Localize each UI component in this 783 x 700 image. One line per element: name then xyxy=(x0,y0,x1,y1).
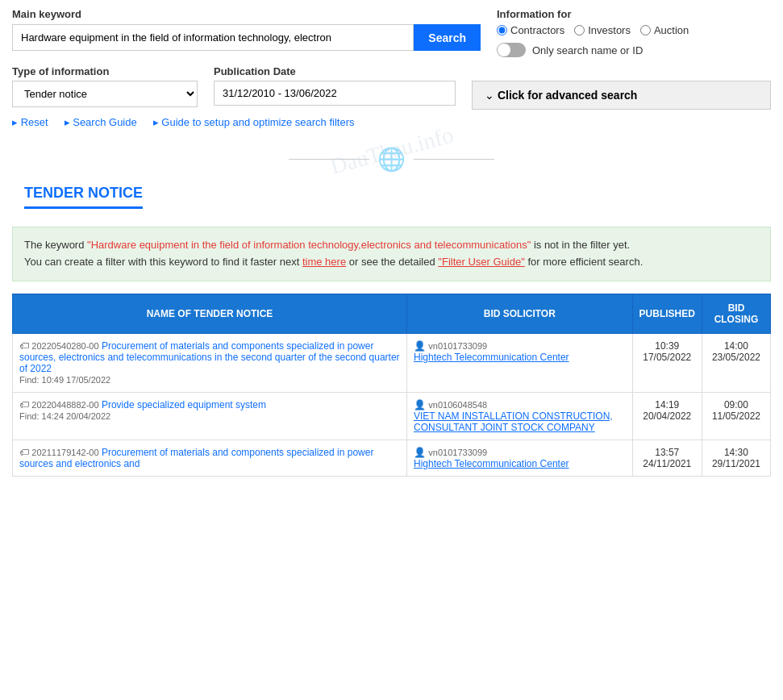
table-row: 🏷 20211179142-00 Procurement of material… xyxy=(13,440,771,476)
search-input[interactable] xyxy=(12,24,414,51)
type-info-select[interactable]: Tender notice xyxy=(12,81,198,107)
pub-date-input[interactable] xyxy=(214,81,456,106)
bid-icon: 🏷 xyxy=(19,447,29,458)
solicitor-id: vn0106048548 xyxy=(428,400,487,410)
solicitor-id: vn0101733099 xyxy=(428,448,487,457)
bid-icon-2: 👤 xyxy=(414,340,426,352)
bid-icon-2: 👤 xyxy=(414,399,426,410)
published-date: 24/11/2021 xyxy=(643,458,691,469)
toggle-label: Only search name or ID xyxy=(532,44,643,56)
col-published: PUBLISHED xyxy=(632,294,702,333)
investors-radio[interactable]: Investors xyxy=(574,24,631,36)
time-here-link[interactable]: time here xyxy=(302,256,346,268)
published-time: 13:57 xyxy=(655,447,679,458)
closing-date: 11/05/2022 xyxy=(712,410,760,422)
banner-keyword: "Hardware equipment in the field of info… xyxy=(87,239,531,251)
info-for-radio-group: Contractors Investors Auction xyxy=(497,24,771,36)
auction-radio[interactable]: Auction xyxy=(640,24,689,36)
search-button[interactable]: Search xyxy=(414,24,481,51)
contractors-radio[interactable]: Contractors xyxy=(497,24,564,36)
find-text: Find: 14:24 20/04/2022 xyxy=(19,411,110,421)
notice-banner: The keyword "Hardware equipment in the f… xyxy=(12,227,771,281)
solicitor-cell: 👤 vn0101733099 Hightech Telecommunicatio… xyxy=(407,333,633,392)
closing-cell: 14:00 23/05/2022 xyxy=(702,333,770,392)
notice-id: 20211179142-00 xyxy=(31,448,98,457)
published-cell: 14:19 20/04/2022 xyxy=(632,392,702,440)
published-cell: 10:39 17/05/2022 xyxy=(632,333,702,392)
table-row: 🏷 20220448882-00 Provide specialized equ… xyxy=(13,392,771,440)
solicitor-name-link[interactable]: Hightech Telecommunication Center xyxy=(414,352,569,363)
banner-line2-after: for more efficient search. xyxy=(525,256,643,268)
tender-table: NAME OF TENDER NOTICE BID SOLICITOR PUBL… xyxy=(12,294,771,477)
solicitor-name-link[interactable]: VIET NAM INSTALLATION CONSTRUCTION, CONS… xyxy=(414,410,613,433)
published-cell: 13:57 24/11/2021 xyxy=(632,440,702,476)
published-time: 10:39 xyxy=(655,340,679,352)
toggle-row: Only search name or ID xyxy=(497,43,771,57)
tender-table-wrapper: NAME OF TENDER NOTICE BID SOLICITOR PUBL… xyxy=(12,294,771,477)
main-keyword-label: Main keyword xyxy=(12,8,481,20)
reset-link[interactable]: Reset xyxy=(12,116,48,128)
links-row: Reset Search Guide Guide to setup and op… xyxy=(12,116,771,128)
published-date: 20/04/2022 xyxy=(643,410,691,422)
notice-link[interactable]: Provide specialized equipment system xyxy=(102,399,266,410)
bid-icon: 🏷 xyxy=(19,340,29,352)
published-time: 14:19 xyxy=(655,399,679,410)
notice-name-cell: 🏷 20211179142-00 Procurement of material… xyxy=(13,440,407,476)
setup-guide-link[interactable]: Guide to setup and optimize search filte… xyxy=(153,116,355,128)
solicitor-cell: 👤 vn0101733099 Hightech Telecommunicatio… xyxy=(407,440,633,476)
watermark-area: 🌐 DauThau.info xyxy=(12,138,771,185)
bid-icon: 🏷 xyxy=(19,399,29,410)
closing-time: 09:00 xyxy=(724,399,748,410)
solicitor-cell: 👤 vn0106048548 VIET NAM INSTALLATION CON… xyxy=(407,392,633,440)
notice-name-cell: 🏷 20220448882-00 Provide specialized equ… xyxy=(13,392,407,440)
banner-before: The keyword xyxy=(24,239,87,251)
type-info-label: Type of information xyxy=(12,65,198,77)
notice-id: 20220448882-00 xyxy=(31,400,98,410)
closing-date: 29/11/2021 xyxy=(712,458,760,469)
advanced-search-button[interactable]: ⌄ Click for advanced search xyxy=(472,81,771,110)
col-solicitor: BID SOLICITOR xyxy=(407,294,633,333)
pub-date-label: Publication Date xyxy=(214,65,456,77)
closing-cell: 14:30 29/11/2021 xyxy=(702,440,770,476)
table-header-row: NAME OF TENDER NOTICE BID SOLICITOR PUBL… xyxy=(13,294,771,333)
notice-id: 20220540280-00 xyxy=(31,341,98,351)
published-date: 17/05/2022 xyxy=(643,352,691,363)
banner-line2-middle: or see the detailed xyxy=(346,256,438,268)
find-text: Find: 10:49 17/05/2022 xyxy=(19,375,110,385)
toggle-knob xyxy=(498,44,510,56)
banner-line2-before: You can create a filter with this keywor… xyxy=(24,256,302,268)
closing-date: 23/05/2022 xyxy=(712,352,760,363)
table-row: 🏷 20220540280-00 Procurement of material… xyxy=(13,333,771,392)
filter-guide-link[interactable]: "Filter User Guide" xyxy=(438,256,524,268)
solicitor-id: vn0101733099 xyxy=(428,341,487,351)
search-name-id-toggle[interactable] xyxy=(497,43,526,57)
tender-notice-section-title: TENDER NOTICE xyxy=(24,185,143,209)
info-for-label: Information for xyxy=(497,8,771,20)
col-closing: BID CLOSING xyxy=(702,294,770,333)
notice-name-cell: 🏷 20220540280-00 Procurement of material… xyxy=(13,333,407,392)
col-name: NAME OF TENDER NOTICE xyxy=(13,294,407,333)
bid-icon-2: 👤 xyxy=(414,447,426,458)
closing-cell: 09:00 11/05/2022 xyxy=(702,392,770,440)
solicitor-name-link[interactable]: Hightech Telecommunication Center xyxy=(414,458,569,469)
closing-time: 14:30 xyxy=(724,447,748,458)
search-guide-link[interactable]: Search Guide xyxy=(65,116,137,128)
closing-time: 14:00 xyxy=(724,340,748,352)
banner-after: is not in the filter yet. xyxy=(531,239,630,251)
